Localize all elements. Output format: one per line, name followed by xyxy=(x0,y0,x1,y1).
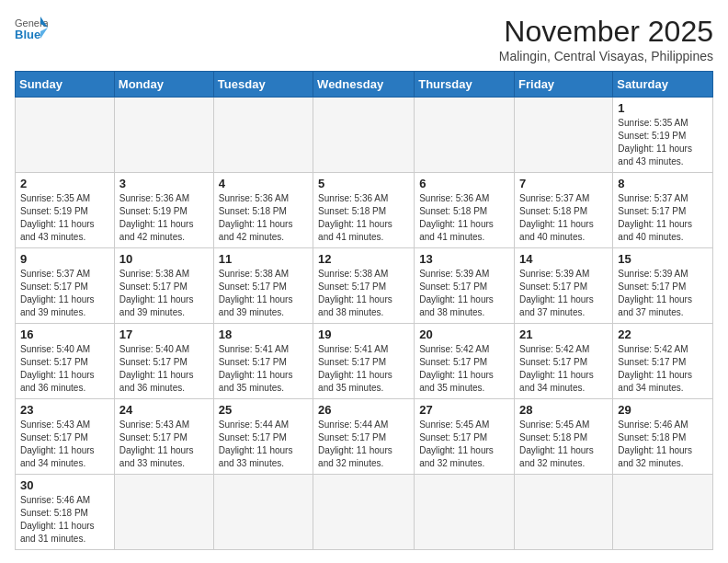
day-number: 3 xyxy=(119,177,209,190)
day-number: 27 xyxy=(419,403,509,417)
day-number: 21 xyxy=(519,327,608,341)
day-info: Sunrise: 5:40 AM Sunset: 5:17 PM Dayligh… xyxy=(119,343,209,395)
calendar-week-row: 1Sunrise: 5:35 AM Sunset: 5:19 PM Daylig… xyxy=(16,98,713,173)
day-info: Sunrise: 5:37 AM Sunset: 5:17 PM Dayligh… xyxy=(20,268,109,319)
calendar-day-cell: 12Sunrise: 5:38 AM Sunset: 5:17 PM Dayli… xyxy=(313,248,415,324)
day-number: 30 xyxy=(20,478,109,492)
calendar-day-cell xyxy=(213,98,313,173)
calendar-day-cell: 14Sunrise: 5:39 AM Sunset: 5:17 PM Dayli… xyxy=(515,248,613,324)
day-number: 5 xyxy=(318,177,409,190)
day-number: 1 xyxy=(618,101,708,115)
calendar-day-cell: 22Sunrise: 5:42 AM Sunset: 5:17 PM Dayli… xyxy=(613,324,713,399)
day-info: Sunrise: 5:36 AM Sunset: 5:19 PM Dayligh… xyxy=(119,192,209,244)
calendar-day-cell: 30Sunrise: 5:46 AM Sunset: 5:18 PM Dayli… xyxy=(16,475,115,550)
day-info: Sunrise: 5:37 AM Sunset: 5:17 PM Dayligh… xyxy=(618,192,708,244)
weekday-header-wednesday: Wednesday xyxy=(313,72,415,98)
day-number: 14 xyxy=(519,252,608,266)
day-number: 23 xyxy=(20,403,109,417)
calendar-day-cell: 10Sunrise: 5:38 AM Sunset: 5:17 PM Dayli… xyxy=(114,248,213,324)
day-number: 4 xyxy=(219,177,308,190)
day-info: Sunrise: 5:35 AM Sunset: 5:19 PM Dayligh… xyxy=(618,117,708,168)
day-info: Sunrise: 5:38 AM Sunset: 5:17 PM Dayligh… xyxy=(318,268,409,319)
calendar-header-row: SundayMondayTuesdayWednesdayThursdayFrid… xyxy=(16,72,713,98)
calendar-day-cell xyxy=(16,98,115,173)
day-info: Sunrise: 5:39 AM Sunset: 5:17 PM Dayligh… xyxy=(419,268,509,319)
day-number: 11 xyxy=(219,252,308,266)
calendar-day-cell: 4Sunrise: 5:36 AM Sunset: 5:18 PM Daylig… xyxy=(213,173,313,248)
day-info: Sunrise: 5:42 AM Sunset: 5:17 PM Dayligh… xyxy=(519,343,608,395)
day-info: Sunrise: 5:38 AM Sunset: 5:17 PM Dayligh… xyxy=(119,268,209,319)
day-info: Sunrise: 5:45 AM Sunset: 5:18 PM Dayligh… xyxy=(519,419,608,470)
day-number: 19 xyxy=(318,327,409,341)
calendar-day-cell: 17Sunrise: 5:40 AM Sunset: 5:17 PM Dayli… xyxy=(114,324,213,399)
day-info: Sunrise: 5:38 AM Sunset: 5:17 PM Dayligh… xyxy=(219,268,308,319)
calendar-day-cell: 25Sunrise: 5:44 AM Sunset: 5:17 PM Dayli… xyxy=(213,399,313,475)
day-info: Sunrise: 5:35 AM Sunset: 5:19 PM Dayligh… xyxy=(20,192,109,244)
calendar-table: SundayMondayTuesdayWednesdayThursdayFrid… xyxy=(15,71,713,550)
svg-marker-3 xyxy=(40,28,48,39)
day-number: 12 xyxy=(318,252,409,266)
calendar-day-cell xyxy=(114,475,213,550)
day-info: Sunrise: 5:39 AM Sunset: 5:17 PM Dayligh… xyxy=(618,268,708,319)
logo-icon: General Blue xyxy=(15,15,48,40)
calendar-day-cell: 2Sunrise: 5:35 AM Sunset: 5:19 PM Daylig… xyxy=(16,173,115,248)
calendar-day-cell: 3Sunrise: 5:36 AM Sunset: 5:19 PM Daylig… xyxy=(114,173,213,248)
day-info: Sunrise: 5:36 AM Sunset: 5:18 PM Dayligh… xyxy=(419,192,509,244)
day-number: 8 xyxy=(618,177,708,190)
calendar-day-cell xyxy=(613,475,713,550)
weekday-header-sunday: Sunday xyxy=(16,72,115,98)
day-number: 20 xyxy=(419,327,509,341)
calendar-day-cell: 9Sunrise: 5:37 AM Sunset: 5:17 PM Daylig… xyxy=(16,248,115,324)
day-info: Sunrise: 5:41 AM Sunset: 5:17 PM Dayligh… xyxy=(318,343,409,395)
calendar-day-cell: 28Sunrise: 5:45 AM Sunset: 5:18 PM Dayli… xyxy=(515,399,613,475)
month-title: November 2025 xyxy=(499,15,713,49)
calendar-day-cell xyxy=(515,98,613,173)
logo: General Blue xyxy=(15,15,48,40)
calendar-day-cell: 7Sunrise: 5:37 AM Sunset: 5:18 PM Daylig… xyxy=(515,173,613,248)
day-number: 10 xyxy=(119,252,209,266)
calendar-day-cell: 19Sunrise: 5:41 AM Sunset: 5:17 PM Dayli… xyxy=(313,324,415,399)
calendar-day-cell xyxy=(313,98,415,173)
day-number: 9 xyxy=(20,252,109,266)
calendar-day-cell: 24Sunrise: 5:43 AM Sunset: 5:17 PM Dayli… xyxy=(114,399,213,475)
calendar-day-cell xyxy=(114,98,213,173)
day-info: Sunrise: 5:40 AM Sunset: 5:17 PM Dayligh… xyxy=(20,343,109,395)
day-number: 22 xyxy=(618,327,708,341)
day-info: Sunrise: 5:46 AM Sunset: 5:18 PM Dayligh… xyxy=(618,419,708,470)
calendar-day-cell xyxy=(515,475,613,550)
day-info: Sunrise: 5:43 AM Sunset: 5:17 PM Dayligh… xyxy=(119,419,209,470)
day-number: 25 xyxy=(219,403,308,417)
day-number: 17 xyxy=(119,327,209,341)
page-header: General Blue November 2025 Malingin, Cen… xyxy=(15,15,713,63)
day-info: Sunrise: 5:44 AM Sunset: 5:17 PM Dayligh… xyxy=(219,419,308,470)
calendar-day-cell: 15Sunrise: 5:39 AM Sunset: 5:17 PM Dayli… xyxy=(613,248,713,324)
calendar-week-row: 23Sunrise: 5:43 AM Sunset: 5:17 PM Dayli… xyxy=(16,399,713,475)
weekday-header-monday: Monday xyxy=(114,72,213,98)
day-number: 28 xyxy=(519,403,608,417)
day-number: 6 xyxy=(419,177,509,190)
calendar-day-cell: 8Sunrise: 5:37 AM Sunset: 5:17 PM Daylig… xyxy=(613,173,713,248)
calendar-week-row: 2Sunrise: 5:35 AM Sunset: 5:19 PM Daylig… xyxy=(16,173,713,248)
calendar-day-cell: 16Sunrise: 5:40 AM Sunset: 5:17 PM Dayli… xyxy=(16,324,115,399)
day-info: Sunrise: 5:36 AM Sunset: 5:18 PM Dayligh… xyxy=(219,192,308,244)
day-number: 24 xyxy=(119,403,209,417)
day-info: Sunrise: 5:36 AM Sunset: 5:18 PM Dayligh… xyxy=(318,192,409,244)
location-title: Malingin, Central Visayas, Philippines xyxy=(499,49,713,63)
calendar-day-cell: 26Sunrise: 5:44 AM Sunset: 5:17 PM Dayli… xyxy=(313,399,415,475)
weekday-header-saturday: Saturday xyxy=(613,72,713,98)
calendar-day-cell: 13Sunrise: 5:39 AM Sunset: 5:17 PM Dayli… xyxy=(415,248,515,324)
calendar-day-cell: 1Sunrise: 5:35 AM Sunset: 5:19 PM Daylig… xyxy=(613,98,713,173)
day-number: 16 xyxy=(20,327,109,341)
day-info: Sunrise: 5:41 AM Sunset: 5:17 PM Dayligh… xyxy=(219,343,308,395)
day-info: Sunrise: 5:42 AM Sunset: 5:17 PM Dayligh… xyxy=(419,343,509,395)
day-number: 2 xyxy=(20,177,109,190)
calendar-day-cell xyxy=(213,475,313,550)
day-info: Sunrise: 5:46 AM Sunset: 5:18 PM Dayligh… xyxy=(20,494,109,546)
day-number: 7 xyxy=(519,177,608,190)
calendar-week-row: 9Sunrise: 5:37 AM Sunset: 5:17 PM Daylig… xyxy=(16,248,713,324)
day-number: 29 xyxy=(618,403,708,417)
day-info: Sunrise: 5:42 AM Sunset: 5:17 PM Dayligh… xyxy=(618,343,708,395)
calendar-day-cell: 29Sunrise: 5:46 AM Sunset: 5:18 PM Dayli… xyxy=(613,399,713,475)
svg-text:Blue: Blue xyxy=(15,28,40,40)
calendar-day-cell: 18Sunrise: 5:41 AM Sunset: 5:17 PM Dayli… xyxy=(213,324,313,399)
